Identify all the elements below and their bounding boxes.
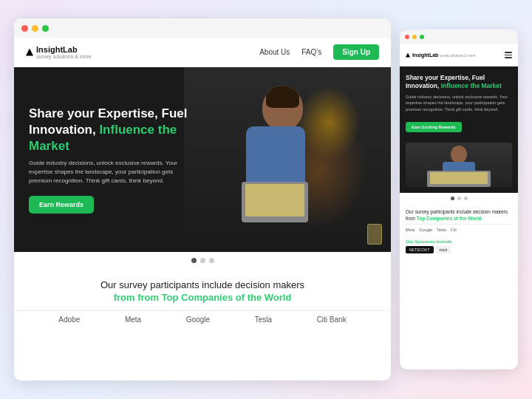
- mobile-dot-1[interactable]: [451, 197, 454, 200]
- mobile-sponsor-intuit: intuit: [436, 246, 451, 253]
- company-meta: Meta: [125, 316, 141, 324]
- logo-triangle-icon: [26, 49, 33, 56]
- companies-title: Our survey participants include decision…: [14, 279, 391, 290]
- hamburger-menu[interactable]: [505, 52, 512, 58]
- glass-mug: [367, 224, 382, 245]
- mobile-hero-image: [406, 143, 512, 187]
- dot-red: [21, 25, 28, 32]
- dot-green: [42, 25, 49, 32]
- mobile-mockup: InsightLab survey solutions & more Share…: [400, 30, 518, 369]
- person-head: [262, 86, 303, 130]
- nav-logo: InsightLab survey solutions & more: [26, 45, 92, 59]
- mobile-earn-button[interactable]: Earn Exciting Rewards: [406, 122, 462, 132]
- mobile-person-head: [451, 146, 467, 163]
- mobile-laptop: [427, 171, 491, 187]
- mobile-company-list: Meta Google Tesla Citi: [406, 224, 512, 232]
- person-hair: [266, 86, 299, 108]
- mobile-sponsor-tags: NETSCOUT intuit: [406, 246, 512, 253]
- desktop-hero: Share your Expertise, Fuel Innovation, I…: [14, 67, 391, 252]
- companies-subtitle-green: from Top Companies of the World: [137, 292, 291, 303]
- mobile-hero-description: Guide industry decisions, unlock exclusi…: [406, 94, 512, 112]
- mobile-laptop-screen: [430, 172, 488, 184]
- mobile-logo-subtext: survey solutions & more: [440, 54, 475, 58]
- dot-3[interactable]: [209, 258, 214, 263]
- mobile-sponsors-title: Our Sponsors Include: [406, 239, 512, 244]
- mobile-company-citi: Citi: [451, 228, 457, 232]
- companies-list: Adobe Meta Google Tesla Citi Bank: [14, 310, 391, 328]
- mobile-companies-text: Our survey participants include decision…: [406, 208, 512, 222]
- mobile-titlebar: [400, 30, 518, 44]
- mobile-hero-title: Share your Expertise, Fuel Innovation, I…: [406, 74, 512, 90]
- laptop-screen: [245, 184, 304, 216]
- mobile-companies-section: Our survey participants include decision…: [400, 204, 518, 236]
- hamburger-line-1: [505, 52, 512, 53]
- mobile-sponsor-netscout: NETSCOUT: [406, 246, 434, 253]
- mobile-companies-green: Top Companies of the World: [417, 216, 482, 221]
- company-citibank: Citi Bank: [317, 316, 347, 324]
- nav-about[interactable]: About Us: [259, 48, 290, 56]
- mobile-nav: InsightLab survey solutions & more: [400, 44, 518, 66]
- hamburger-line-2: [505, 55, 512, 56]
- mobile-company-tesla: Tesla: [437, 228, 446, 232]
- dot-yellow: [32, 25, 38, 32]
- mobile-logo-text: InsightLab: [412, 52, 438, 58]
- company-tesla: Tesla: [255, 316, 272, 324]
- mobile-dot-2[interactable]: [457, 197, 461, 200]
- logo-subtext: survey solutions & more: [36, 54, 92, 59]
- earn-rewards-button[interactable]: Earn Rewards: [29, 196, 94, 214]
- laptop: [242, 182, 308, 222]
- companies-section: Our survey participants include decision…: [14, 269, 391, 335]
- mobile-hero: Share your Expertise, Fuel Innovation, I…: [400, 66, 518, 193]
- dot-2[interactable]: [200, 258, 205, 263]
- mobile-dot-3[interactable]: [464, 197, 468, 200]
- mobile-company-meta: Meta: [406, 228, 415, 232]
- mobile-company-google: Google: [419, 228, 432, 232]
- carousel-dots: [14, 252, 391, 269]
- desktop-nav: InsightLab survey solutions & more About…: [14, 38, 391, 67]
- hero-description: Guide industry decisions, unlock exclusi…: [29, 159, 188, 185]
- hamburger-line-3: [505, 57, 512, 58]
- logo-text: InsightLab: [36, 45, 78, 54]
- nav-links: About Us FAQ's Sign Up: [259, 44, 379, 60]
- mobile-dot-red: [405, 35, 409, 39]
- company-adobe: Adobe: [58, 316, 80, 324]
- hero-image: [184, 67, 392, 252]
- desktop-mockup: InsightLab survey solutions & more About…: [14, 18, 391, 381]
- mobile-logo: InsightLab survey solutions & more: [406, 52, 475, 58]
- desktop-titlebar: [14, 18, 391, 38]
- mobile-sponsors-section: Our Sponsors Include NETSCOUT intuit: [400, 236, 518, 256]
- hero-content: Share your Expertise, Fuel Innovation, I…: [14, 67, 202, 252]
- mobile-dot-green: [420, 35, 424, 39]
- signup-button[interactable]: Sign Up: [333, 44, 379, 60]
- mobile-dot-yellow: [412, 35, 417, 39]
- hero-title: Share your Expertise, Fuel Innovation, I…: [29, 106, 188, 154]
- nav-faq[interactable]: FAQ's: [301, 48, 321, 56]
- mobile-carousel-dots: [400, 193, 518, 204]
- dot-1[interactable]: [191, 258, 197, 263]
- company-google: Google: [186, 316, 210, 324]
- mobile-logo-triangle-icon: [406, 53, 410, 58]
- companies-subtitle: from from Top Companies of the World: [14, 292, 391, 303]
- mobile-hero-title-green: Influence the Market: [439, 82, 502, 89]
